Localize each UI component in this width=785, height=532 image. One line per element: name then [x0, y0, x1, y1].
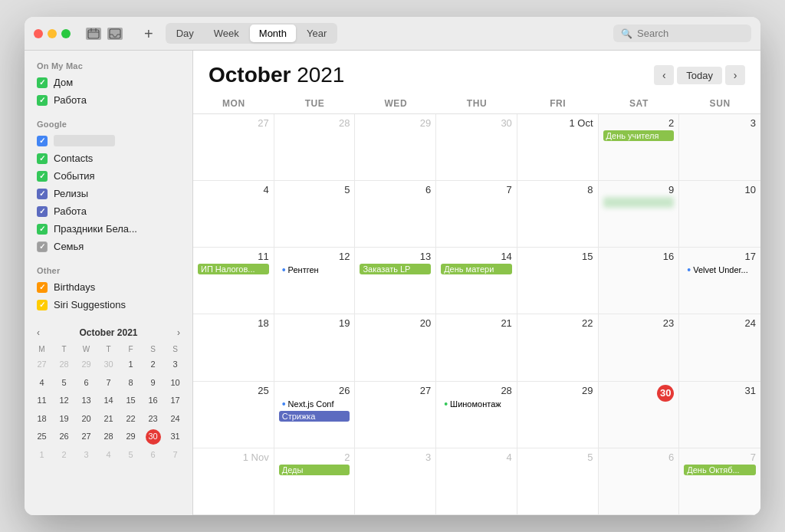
- sidebar-item-relizy[interactable]: ✓ Релизы: [25, 185, 192, 202]
- mini-day[interactable]: 28: [97, 428, 120, 446]
- mini-day[interactable]: 26: [53, 428, 75, 446]
- view-week-button[interactable]: Week: [205, 25, 248, 42]
- mini-day[interactable]: 18: [31, 410, 53, 429]
- sidebar-item-google-account[interactable]: ✓: [25, 132, 192, 149]
- sidebar-item-dom[interactable]: ✓ Дом: [25, 74, 192, 91]
- mini-day[interactable]: 2: [53, 446, 75, 465]
- mini-day[interactable]: 3: [164, 356, 186, 374]
- cal-cell-nov4[interactable]: 4: [436, 448, 517, 515]
- cal-cell-nov6[interactable]: 6: [599, 448, 680, 515]
- event-den-oktyab[interactable]: День Октяб...: [684, 465, 756, 475]
- mini-day[interactable]: 28: [53, 356, 75, 374]
- sidebar-item-prazdniki[interactable]: ✓ Праздники Бела...: [25, 220, 192, 238]
- mini-day[interactable]: 25: [31, 428, 53, 446]
- cal-cell-oct7[interactable]: 7: [436, 181, 517, 248]
- cal-cell-nov2[interactable]: 2 Деды: [274, 448, 356, 515]
- cal-cell-oct16[interactable]: 16: [599, 248, 680, 314]
- cal-cell-oct15[interactable]: 15: [517, 248, 599, 314]
- mini-day[interactable]: 1: [31, 446, 53, 465]
- event-shino[interactable]: •Шиномонтаж: [441, 398, 512, 410]
- mini-day[interactable]: 4: [97, 446, 120, 465]
- sidebar-item-rabota1[interactable]: ✓ Работа: [25, 91, 192, 109]
- search-input[interactable]: [637, 28, 744, 39]
- cal-cell-oct31[interactable]: 31: [679, 382, 760, 448]
- cal-cell-oct1[interactable]: 1 Oct: [517, 114, 599, 181]
- mini-day[interactable]: 27: [31, 356, 53, 374]
- mini-day[interactable]: 8: [120, 374, 142, 392]
- cal-cell-oct21[interactable]: 21: [436, 314, 517, 381]
- inbox-icon[interactable]: [107, 28, 123, 40]
- event-den-materi[interactable]: День матери: [441, 264, 512, 274]
- view-month-button[interactable]: Month: [250, 25, 296, 42]
- cal-cell-sep27[interactable]: 27: [193, 114, 274, 181]
- cal-cell-sep28[interactable]: 28: [274, 114, 356, 181]
- mini-day[interactable]: 16: [142, 392, 164, 410]
- event-nextjs[interactable]: •Next.js Conf: [279, 398, 350, 410]
- mini-day[interactable]: 7: [164, 446, 186, 465]
- mini-day[interactable]: 7: [97, 374, 120, 392]
- event-strizhka[interactable]: Стрижка: [279, 411, 350, 422]
- cal-cell-oct2[interactable]: 2 День учителя: [599, 114, 680, 181]
- cal-cell-oct30[interactable]: 30: [599, 382, 680, 448]
- cal-cell-oct6[interactable]: 6: [355, 181, 436, 248]
- mini-day[interactable]: 29: [120, 428, 142, 446]
- cal-cell-oct9[interactable]: 9: [599, 181, 680, 248]
- sidebar-item-siri[interactable]: ✓ Siri Suggestions: [25, 296, 192, 314]
- cal-cell-oct20[interactable]: 20: [355, 314, 436, 381]
- calendar-icon[interactable]: [86, 28, 101, 40]
- view-day-button[interactable]: Day: [167, 25, 203, 42]
- cal-cell-nov3[interactable]: 3: [355, 448, 436, 515]
- mini-day[interactable]: 20: [75, 410, 97, 429]
- sidebar-item-rabota2[interactable]: ✓ Работа: [25, 202, 192, 220]
- mini-day[interactable]: 30: [97, 356, 120, 374]
- mini-day[interactable]: 12: [53, 392, 75, 410]
- sidebar-item-sobytia[interactable]: ✓ События: [25, 167, 192, 185]
- cal-cell-oct14[interactable]: 14 День матери: [436, 248, 517, 314]
- cal-cell-oct25[interactable]: 25: [193, 382, 274, 448]
- event-den-uchitelya[interactable]: День учителя: [603, 130, 675, 141]
- cal-cell-oct23[interactable]: 23: [599, 314, 680, 381]
- sidebar-item-semya[interactable]: ✓ Семья: [25, 238, 192, 255]
- mini-day[interactable]: 2: [142, 356, 164, 374]
- mini-day[interactable]: 13: [75, 392, 97, 410]
- cal-cell-oct28[interactable]: 28 •Шиномонтаж: [436, 382, 517, 448]
- mini-cal-prev[interactable]: ‹: [34, 326, 43, 340]
- cal-today-button[interactable]: Today: [677, 67, 722, 84]
- mini-day[interactable]: 11: [31, 392, 53, 410]
- cal-cell-nov1[interactable]: 1 Nov: [193, 448, 274, 515]
- minimize-button[interactable]: [48, 29, 57, 38]
- cal-cell-nov7[interactable]: 7 День Октяб...: [679, 448, 760, 515]
- mini-day[interactable]: 10: [164, 374, 186, 392]
- cal-prev-button[interactable]: ‹: [654, 65, 674, 85]
- mini-day[interactable]: 31: [164, 428, 186, 446]
- mini-day[interactable]: 19: [53, 410, 75, 429]
- event-nalog[interactable]: ИП Налогов...: [198, 264, 269, 274]
- mini-day[interactable]: 9: [142, 374, 164, 392]
- cal-cell-oct8[interactable]: 8: [517, 181, 599, 248]
- cal-cell-sep29[interactable]: 29: [355, 114, 436, 181]
- mini-day[interactable]: 5: [120, 446, 142, 465]
- mini-day[interactable]: 14: [97, 392, 120, 410]
- cal-cell-oct24[interactable]: 24: [679, 314, 760, 381]
- event-dedy[interactable]: Деды: [279, 465, 350, 475]
- cal-cell-oct26[interactable]: 26 •Next.js Conf Стрижка: [274, 382, 356, 448]
- mini-day[interactable]: 27: [75, 428, 97, 446]
- cal-cell-oct18[interactable]: 18: [193, 314, 274, 381]
- mini-day[interactable]: 15: [120, 392, 142, 410]
- mini-day[interactable]: 6: [75, 374, 97, 392]
- mini-day[interactable]: 1: [120, 356, 142, 374]
- cal-cell-oct4[interactable]: 4: [193, 181, 274, 248]
- view-year-button[interactable]: Year: [297, 25, 336, 42]
- mini-day[interactable]: 22: [120, 410, 142, 429]
- event-rentgen[interactable]: •Рентген: [279, 264, 350, 276]
- cal-cell-oct3[interactable]: 3: [679, 114, 760, 181]
- add-button[interactable]: +: [144, 26, 153, 41]
- mini-day[interactable]: 4: [31, 374, 53, 392]
- mini-day[interactable]: 6: [142, 446, 164, 465]
- close-button[interactable]: [34, 29, 43, 38]
- mini-day[interactable]: 24: [164, 410, 186, 429]
- cal-cell-oct5[interactable]: 5: [274, 181, 356, 248]
- cal-cell-nov5[interactable]: 5: [517, 448, 599, 515]
- mini-day[interactable]: 5: [53, 374, 75, 392]
- cal-cell-oct11[interactable]: 11 ИП Налогов...: [193, 248, 274, 314]
